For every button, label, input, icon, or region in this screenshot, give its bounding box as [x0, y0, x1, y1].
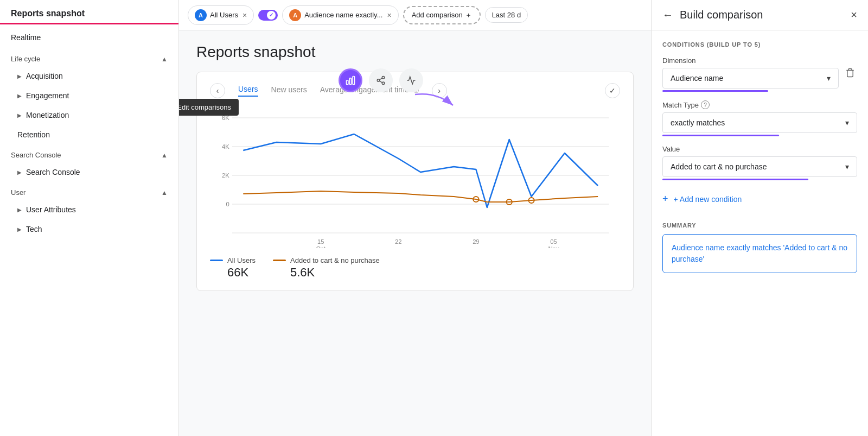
sidebar-item-user-attributes[interactable]: ▶ User Attributes: [0, 200, 178, 219]
svg-text:Oct: Oct: [316, 245, 326, 248]
svg-line-6: [379, 81, 382, 83]
comparison-toggle[interactable]: ✓: [258, 10, 278, 21]
tab-audience-name[interactable]: A Audience name exactly... ×: [282, 5, 398, 25]
sidebar-item-realtime[interactable]: Realtime: [0, 27, 178, 48]
chart-tab-new-users[interactable]: New users: [271, 85, 307, 96]
close-tab-audience[interactable]: ×: [387, 11, 392, 20]
value-underline: [662, 179, 808, 180]
sidebar-item-acquisition[interactable]: ▶ Acquisition: [0, 66, 178, 86]
chevron-up-icon: ▲: [161, 151, 168, 159]
svg-rect-2: [353, 77, 354, 85]
svg-text:22: 22: [395, 238, 401, 245]
sidebar-item-monetization[interactable]: ▶ Monetization: [0, 105, 178, 125]
edit-comparisons-tooltip: Edit comparisons: [179, 99, 239, 116]
svg-rect-0: [347, 80, 348, 85]
dimension-underline: [662, 90, 768, 92]
sidebar-item-search-console[interactable]: ▶ Search Console: [0, 162, 178, 182]
summary-section: SUMMARY Audience name exactly matches 'A…: [662, 222, 857, 273]
bullet-icon: ▶: [17, 207, 22, 213]
conditions-label: CONDITIONS (BUILD UP TO 5): [662, 41, 857, 48]
dimension-label: Dimension: [662, 56, 839, 65]
svg-text:29: 29: [473, 238, 479, 245]
topbar: A All Users × ✓ A Audience name exactly.…: [179, 0, 651, 30]
share-icon: [376, 75, 386, 85]
right-panel: ← Build comparison × CONDITIONS (BUILD U…: [651, 0, 868, 436]
chart-legend: All Users 66K Added to cart & no purchas…: [210, 256, 620, 280]
summary-box: Audience name exactly matches 'Added to …: [662, 234, 857, 273]
svg-point-5: [382, 82, 385, 85]
match-type-select[interactable]: exactly matches ▾: [662, 112, 857, 133]
svg-text:15: 15: [317, 238, 324, 245]
line-chart: 6K 4K 2K 0 15 Oct 22 29 05 Nov: [210, 107, 620, 248]
svg-point-3: [382, 77, 385, 79]
svg-text:05: 05: [550, 238, 557, 245]
tab-all-users[interactable]: A All Users ×: [188, 5, 254, 25]
value-field-group: Value Added to cart & no purchase ▾: [662, 145, 857, 180]
sidebar-item-engagement[interactable]: ▶ Engagement: [0, 86, 178, 105]
panel-header: ← Build comparison ×: [652, 0, 868, 30]
svg-rect-1: [349, 78, 351, 85]
sparkline-icon: [406, 75, 416, 85]
add-comparison-button[interactable]: Add comparison ＋: [403, 6, 481, 24]
svg-text:0: 0: [226, 201, 229, 207]
edit-comparisons-button[interactable]: [339, 68, 362, 92]
panel-close-button[interactable]: ×: [851, 9, 857, 21]
bullet-icon: ▶: [17, 169, 22, 175]
bullet-icon: ▶: [17, 93, 22, 99]
summary-label: SUMMARY: [662, 222, 857, 229]
match-type-field-group: Match Type ? exactly matches ▾: [662, 100, 857, 136]
avatar-all-users: A: [195, 9, 207, 21]
sidebar-item-retention[interactable]: Retention: [0, 125, 178, 144]
sidebar: Reports snapshot Realtime Life cycle ▲ ▶…: [0, 0, 179, 436]
match-type-label: Match Type ?: [662, 100, 857, 109]
svg-line-7: [379, 78, 382, 80]
chart-tab-users[interactable]: Users: [238, 85, 258, 97]
match-type-underline: [662, 135, 779, 136]
chevron-up-icon: ▲: [161, 55, 168, 63]
svg-text:2K: 2K: [222, 172, 229, 179]
svg-point-4: [377, 79, 380, 82]
panel-body: CONDITIONS (BUILD UP TO 5) Dimension Aud…: [652, 30, 868, 436]
page-title: Reports snapshot: [196, 43, 634, 61]
svg-text:4K: 4K: [222, 143, 229, 150]
plus-icon: +: [662, 193, 668, 205]
chevron-down-icon: ▾: [845, 162, 849, 171]
dimension-select[interactable]: Audience name ▾: [662, 68, 839, 89]
bullet-icon: ▶: [17, 73, 22, 79]
share-button[interactable]: [369, 68, 393, 92]
plus-icon: ＋: [465, 10, 472, 20]
dimension-field-wrapper: Dimension Audience name ▾: [662, 56, 839, 92]
annotation-arrow: [410, 89, 458, 118]
close-tab-all-users[interactable]: ×: [242, 11, 247, 20]
chevron-up-icon: ▲: [161, 189, 168, 197]
value-label: Value: [662, 145, 857, 153]
dimension-field-group: Dimension Audience name ▾: [662, 56, 857, 92]
chart-nav-prev[interactable]: ‹: [210, 83, 225, 98]
trash-icon: [845, 68, 855, 78]
sidebar-section-lifecycle[interactable]: Life cycle ▲: [0, 48, 178, 66]
add-condition-button[interactable]: + + Add new condition: [662, 189, 742, 209]
legend-all-users: All Users 66K: [210, 256, 256, 280]
content-area: Reports snapshot Edit comparisons: [179, 30, 651, 436]
sidebar-title: Reports snapshot: [0, 0, 178, 24]
chart-checkmark-button[interactable]: ✓: [605, 83, 620, 98]
avatar-audience: A: [289, 9, 301, 21]
bullet-icon: ▶: [17, 112, 22, 118]
sidebar-item-tech[interactable]: ▶ Tech: [0, 219, 178, 239]
chevron-down-icon: ▾: [845, 118, 849, 127]
help-icon[interactable]: ?: [701, 100, 710, 109]
chevron-down-icon: ▾: [827, 74, 831, 83]
chart-bar-icon: [345, 75, 356, 86]
sidebar-section-search-console[interactable]: Search Console ▲: [0, 144, 178, 162]
sidebar-section-user[interactable]: User ▲: [0, 182, 178, 200]
panel-title: Build comparison: [680, 9, 844, 21]
bullet-icon: ▶: [17, 226, 22, 232]
panel-back-button[interactable]: ←: [662, 9, 673, 21]
value-select[interactable]: Added to cart & no purchase ▾: [662, 156, 857, 177]
main-content: A All Users × ✓ A Audience name exactly.…: [179, 0, 651, 436]
delete-dimension-button[interactable]: [843, 66, 857, 83]
date-range-badge[interactable]: Last 28 d: [485, 7, 528, 23]
legend-line-blue: [210, 260, 223, 261]
svg-text:Nov: Nov: [548, 245, 559, 248]
dimension-row: Dimension Audience name ▾: [662, 56, 857, 92]
